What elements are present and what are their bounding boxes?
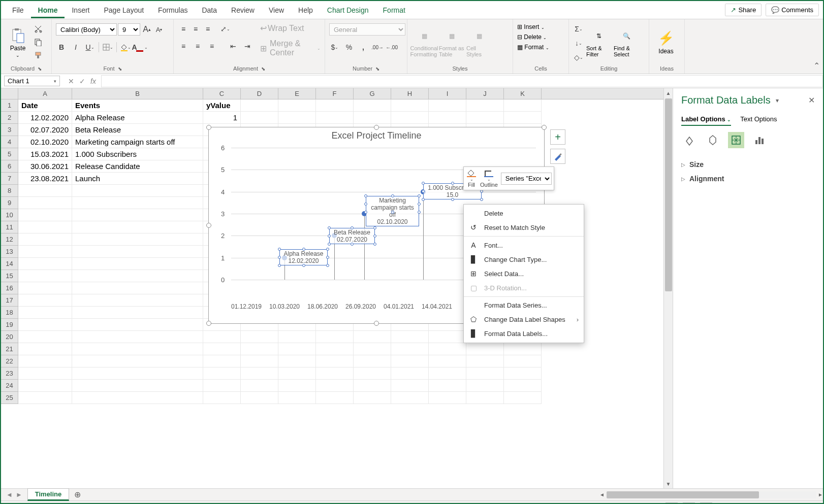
underline-button[interactable]: U ⌄ xyxy=(84,42,96,53)
conditional-formatting-button[interactable]: ▦Conditional Formatting xyxy=(411,23,437,61)
menu-item-format-data-labels-[interactable]: ▊Format Data Labels... xyxy=(464,326,584,341)
cell-H21[interactable] xyxy=(391,343,429,355)
add-sheet-button[interactable]: ⊕ xyxy=(69,490,86,499)
pane-tab-text-options[interactable]: Text Options xyxy=(740,113,777,126)
cell-C25[interactable] xyxy=(203,392,241,404)
percent-button[interactable]: % xyxy=(343,42,355,53)
cell-B16[interactable] xyxy=(72,282,203,294)
cell-B12[interactable] xyxy=(72,233,203,246)
menu-item-delete[interactable]: Delete xyxy=(464,207,584,220)
row-header-8[interactable]: 8 xyxy=(1,185,18,197)
cell-B7[interactable]: Launch xyxy=(72,173,203,185)
cell-E24[interactable] xyxy=(278,380,316,392)
cell-F1[interactable] xyxy=(316,99,354,112)
align-right-button[interactable]: ≡ xyxy=(206,41,217,52)
decrease-font-button[interactable]: A▾ xyxy=(153,24,165,35)
col-header-C[interactable]: C xyxy=(203,88,241,99)
row-header-23[interactable]: 23 xyxy=(1,367,18,380)
sheet-tab-timeline[interactable]: Timeline xyxy=(27,488,70,501)
cell-A8[interactable] xyxy=(18,185,72,197)
vscroll-thumb[interactable] xyxy=(665,98,672,291)
cell-J21[interactable] xyxy=(466,343,504,355)
col-header-G[interactable]: G xyxy=(354,88,391,99)
cell-K25[interactable] xyxy=(504,392,542,404)
cell-A4[interactable]: 02.10.2020 xyxy=(18,136,72,148)
cell-D1[interactable] xyxy=(241,99,278,112)
cell-C23[interactable] xyxy=(203,367,241,380)
pane-icon-fill[interactable] xyxy=(681,132,698,148)
bold-button[interactable]: B xyxy=(56,42,67,53)
cell-E2[interactable] xyxy=(278,112,316,124)
menu-item-change-data-label-shapes[interactable]: ⬠Change Data Label Shapes› xyxy=(464,312,584,326)
cell-A15[interactable] xyxy=(18,270,72,282)
increase-font-button[interactable]: A▴ xyxy=(141,24,152,35)
cell-G23[interactable] xyxy=(354,367,391,380)
cell-A9[interactable] xyxy=(18,197,72,209)
mini-outline-button[interactable]: ⌄Outline xyxy=(480,169,498,188)
cell-K2[interactable] xyxy=(504,112,542,124)
orientation-button[interactable]: ⤢⌄ xyxy=(219,23,231,35)
cell-I1[interactable] xyxy=(429,99,466,112)
view-normal-button[interactable] xyxy=(665,502,678,505)
row-header-22[interactable]: 22 xyxy=(1,355,18,367)
cancel-formula-button[interactable]: ✕ xyxy=(68,77,74,85)
cell-H23[interactable] xyxy=(391,367,429,380)
cell-B24[interactable] xyxy=(72,380,203,392)
cell-G24[interactable] xyxy=(354,380,391,392)
border-button[interactable]: ⌄ xyxy=(102,42,113,53)
tab-format[interactable]: Format xyxy=(376,2,413,18)
row-header-6[interactable]: 6 xyxy=(1,160,18,173)
cell-E21[interactable] xyxy=(278,343,316,355)
cell-B13[interactable] xyxy=(72,246,203,258)
comments-button[interactable]: 💬Comments xyxy=(766,4,819,16)
number-launcher[interactable]: ⬊ xyxy=(375,66,379,72)
cell-A2[interactable]: 12.02.2020 xyxy=(18,112,72,124)
hscroll-right[interactable]: ► xyxy=(818,492,823,497)
cell-I22[interactable] xyxy=(429,355,466,367)
row-header-25[interactable]: 25 xyxy=(1,392,18,404)
cell-C2[interactable]: 1 xyxy=(203,112,241,124)
cell-F24[interactable] xyxy=(316,380,354,392)
cell-D23[interactable] xyxy=(241,367,278,380)
cell-F22[interactable] xyxy=(316,355,354,367)
format-as-table-button[interactable]: ▦Format as Table xyxy=(439,23,464,61)
enter-formula-button[interactable]: ✓ xyxy=(79,77,85,85)
chart-elements-button[interactable]: + xyxy=(550,129,565,145)
chart-handle-nw[interactable] xyxy=(206,125,211,130)
chart-handle-ne[interactable] xyxy=(542,125,547,130)
cell-A6[interactable]: 30.06.2021 xyxy=(18,160,72,173)
cell-F20[interactable] xyxy=(316,331,354,343)
cell-C24[interactable] xyxy=(203,380,241,392)
select-all-button[interactable] xyxy=(1,88,18,99)
cell-J23[interactable] xyxy=(466,367,504,380)
view-break-button[interactable] xyxy=(700,502,712,505)
decrease-decimal-button[interactable]: ←.00 xyxy=(386,42,397,53)
tab-help[interactable]: Help xyxy=(291,2,320,18)
number-format-select[interactable]: General xyxy=(329,23,405,36)
pane-icon-chart[interactable] xyxy=(751,132,768,148)
row-header-15[interactable]: 15 xyxy=(1,270,18,282)
increase-decimal-button[interactable]: .00→ xyxy=(372,42,383,53)
cell-B5[interactable]: 1.000 Subscribers xyxy=(72,148,203,160)
cell-C1[interactable]: yValue xyxy=(203,99,241,112)
font-launcher[interactable]: ⬊ xyxy=(118,66,122,72)
chart-handle-n[interactable] xyxy=(374,125,379,130)
cell-B3[interactable]: Beta Release xyxy=(72,124,203,136)
data-label[interactable]: Beta Release 02.07.2020 xyxy=(329,228,375,244)
cell-D21[interactable] xyxy=(241,343,278,355)
cell-B20[interactable] xyxy=(72,331,203,343)
row-header-11[interactable]: 11 xyxy=(1,221,18,233)
scroll-up-button[interactable]: ▲ xyxy=(664,88,673,97)
cell-E1[interactable] xyxy=(278,99,316,112)
cell-A23[interactable] xyxy=(18,367,72,380)
cell-H24[interactable] xyxy=(391,380,429,392)
cell-G25[interactable] xyxy=(354,392,391,404)
cell-D22[interactable] xyxy=(241,355,278,367)
pane-section-alignment[interactable]: ▷Alignment xyxy=(681,172,815,186)
row-header-17[interactable]: 17 xyxy=(1,294,18,307)
cell-B23[interactable] xyxy=(72,367,203,380)
cell-D25[interactable] xyxy=(241,392,278,404)
tab-formulas[interactable]: Formulas xyxy=(151,2,195,18)
scroll-down-button[interactable]: ▼ xyxy=(664,479,673,488)
format-cells-button[interactable]: ▦ Format ⌄ xyxy=(517,44,549,51)
